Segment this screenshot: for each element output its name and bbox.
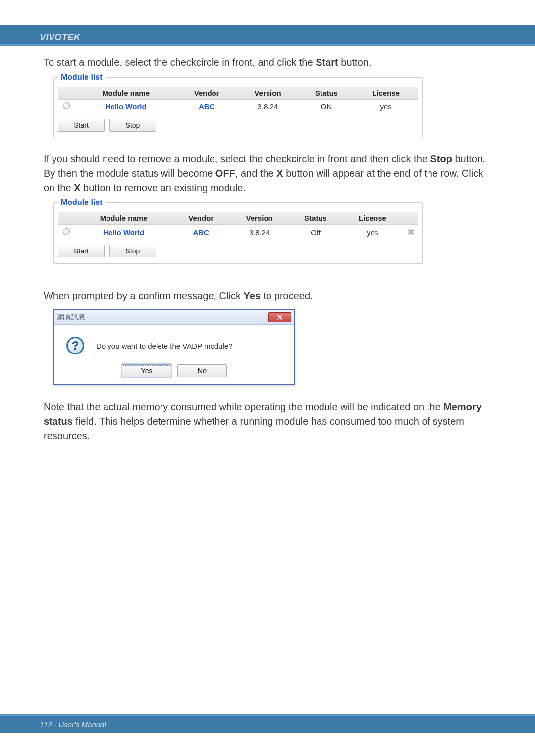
module-name-link[interactable]: Hello World bbox=[103, 228, 144, 237]
text: to proceed. bbox=[261, 290, 313, 301]
col-status: Status bbox=[299, 87, 354, 100]
close-icon[interactable] bbox=[268, 312, 291, 322]
col-name: Module name bbox=[75, 212, 172, 225]
text-bold: Stop bbox=[430, 153, 452, 164]
page-content: To start a module, select the checkcircl… bbox=[44, 55, 491, 445]
text-bold: Yes bbox=[244, 290, 261, 301]
text-bold: X bbox=[276, 168, 283, 179]
brand-label: VIVOTEK bbox=[40, 32, 81, 43]
text: To start a module, select the checkcircl… bbox=[44, 57, 316, 68]
confirm-dialog: 網頁訊息 ? Do you want to delete the VADP mo… bbox=[54, 309, 295, 385]
cell-status: Off bbox=[289, 225, 342, 240]
module-table: Module name Vendor Version Status Licens… bbox=[58, 87, 418, 114]
col-license: License bbox=[342, 212, 403, 225]
intro-paragraph-1: To start a module, select the checkcircl… bbox=[44, 55, 491, 70]
paragraph-2: If you should need to remove a module, s… bbox=[44, 152, 491, 195]
dialog-title-text: 網頁訊息 bbox=[57, 313, 85, 322]
paragraph-3: When prompted by a confirm message, Clic… bbox=[44, 289, 491, 303]
button-row: Start Stop bbox=[58, 119, 418, 132]
cell-license: yes bbox=[342, 225, 403, 240]
col-license: License bbox=[354, 87, 418, 100]
vendor-link[interactable]: ABC bbox=[199, 102, 215, 111]
col-vendor: Vendor bbox=[172, 212, 229, 225]
col-status: Status bbox=[289, 212, 342, 225]
fieldset-legend: Module list bbox=[58, 73, 106, 82]
stop-button[interactable]: Stop bbox=[109, 245, 156, 257]
col-remove bbox=[403, 212, 418, 225]
fieldset-legend: Module list bbox=[58, 198, 106, 207]
table-row: Hello World ABC 3.8.24 Off yes ✖ bbox=[58, 225, 418, 240]
qmark: ? bbox=[72, 339, 79, 353]
col-vendor: Vendor bbox=[177, 87, 236, 100]
dialog-body: ? Do you want to delete the VADP module? bbox=[54, 325, 294, 357]
col-select bbox=[58, 212, 75, 225]
select-radio[interactable] bbox=[63, 228, 70, 235]
start-button[interactable]: Start bbox=[58, 119, 105, 132]
remove-icon[interactable]: ✖ bbox=[406, 228, 415, 237]
text: field. This helps determine whether a ru… bbox=[44, 416, 464, 441]
page-footer: 112 - User's Manual bbox=[0, 714, 535, 733]
no-button[interactable]: No bbox=[177, 364, 227, 377]
question-icon: ? bbox=[66, 337, 84, 354]
vendor-link[interactable]: ABC bbox=[193, 228, 209, 237]
text: button to remove an existing module. bbox=[81, 182, 246, 193]
start-button[interactable]: Start bbox=[58, 245, 105, 257]
page-header: VIVOTEK bbox=[0, 25, 535, 46]
text-bold: OFF bbox=[215, 168, 235, 179]
col-version: Version bbox=[229, 212, 289, 225]
text: button. bbox=[338, 57, 372, 68]
text: Note that the actual memory consumed whi… bbox=[44, 402, 443, 412]
stop-button[interactable]: Stop bbox=[109, 119, 156, 132]
cell-version: 3.8.24 bbox=[236, 100, 299, 114]
col-version: Version bbox=[236, 87, 299, 100]
text-bold: Start bbox=[316, 57, 338, 68]
col-name: Module name bbox=[75, 87, 177, 100]
footer-text: 112 - User's Manual bbox=[40, 720, 106, 729]
cell-license: yes bbox=[354, 100, 418, 114]
module-table: Module name Vendor Version Status Licens… bbox=[58, 212, 418, 240]
cell-version: 3.8.24 bbox=[229, 225, 289, 240]
table-row: Hello World ABC 3.8.24 ON yes bbox=[58, 100, 418, 114]
select-radio[interactable] bbox=[63, 102, 70, 109]
col-select bbox=[58, 87, 75, 100]
module-list-2: Module list Module name Vendor Version S… bbox=[54, 198, 423, 264]
text: , and the bbox=[235, 168, 276, 179]
text: If you should need to remove a module, s… bbox=[44, 153, 430, 164]
dialog-message: Do you want to delete the VADP module? bbox=[96, 342, 232, 350]
dialog-titlebar: 網頁訊息 bbox=[54, 310, 294, 325]
table-header-row: Module name Vendor Version Status Licens… bbox=[58, 212, 418, 225]
table-header-row: Module name Vendor Version Status Licens… bbox=[58, 87, 418, 100]
dialog-actions: Yes No bbox=[54, 357, 294, 384]
text-bold: X bbox=[74, 182, 80, 193]
module-list-1: Module list Module name Vendor Version S… bbox=[54, 73, 423, 138]
paragraph-4: Note that the actual memory consumed whi… bbox=[44, 400, 491, 443]
text: When prompted by a confirm message, Clic… bbox=[44, 290, 244, 301]
yes-button[interactable]: Yes bbox=[122, 364, 171, 377]
button-row: Start Stop bbox=[58, 245, 418, 257]
cell-status: ON bbox=[299, 100, 354, 114]
module-name-link[interactable]: Hello World bbox=[106, 102, 147, 111]
